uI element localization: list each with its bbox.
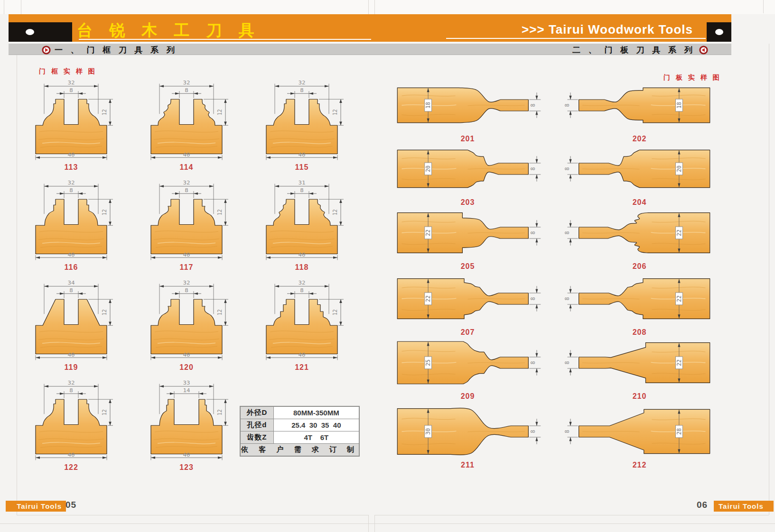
- svg-text:30: 30: [425, 428, 431, 435]
- svg-text:8: 8: [185, 187, 188, 193]
- panel-profile-202: 188202: [565, 77, 714, 140]
- profile-code: 206: [565, 262, 714, 271]
- section-title-frame: 一 、 门 框 刀 具 系 列: [42, 45, 177, 55]
- page-gutter-line: [374, 0, 375, 14]
- profile-code: 122: [26, 463, 116, 472]
- frame-profile-120: 3281240120: [141, 280, 232, 380]
- panel-profile-drawing: 288: [565, 403, 714, 460]
- svg-text:8: 8: [565, 361, 570, 364]
- svg-text:12: 12: [331, 209, 338, 215]
- svg-text:22: 22: [425, 229, 431, 236]
- svg-text:8: 8: [530, 430, 536, 433]
- svg-text:8: 8: [300, 87, 304, 93]
- panel-profile-drawing: 258: [393, 334, 542, 391]
- section-title-panel-label: 二 、 门 板 刀 具 系 列: [572, 45, 695, 55]
- frame-profile-drawing: 3181240: [257, 180, 347, 261]
- play-right-icon: [42, 46, 51, 55]
- svg-text:40: 40: [298, 252, 305, 258]
- svg-text:8: 8: [185, 87, 188, 93]
- svg-text:8: 8: [530, 103, 536, 107]
- page-bottom-line: [0, 523, 775, 524]
- svg-text:8: 8: [530, 297, 536, 300]
- svg-text:34: 34: [67, 280, 75, 286]
- profile-code: 118: [257, 263, 347, 272]
- crop-mark: [763, 0, 764, 13]
- page-margin-line: [17, 44, 17, 515]
- panel-profile-drawing: 308: [393, 403, 542, 460]
- spec-value: 25.4 30 35 40: [273, 419, 359, 431]
- crop-mark: [21, 0, 21, 14]
- panel-profile-207: 228207: [393, 270, 542, 334]
- brand-underline: [446, 38, 706, 39]
- frame-profile-121: 3281240121: [257, 280, 347, 380]
- spec-value: 80MM-350MM: [273, 406, 359, 419]
- spec-label: 孔径d: [240, 419, 273, 431]
- play-left-icon: [699, 46, 708, 55]
- spec-value: 4T 6T: [273, 431, 359, 444]
- panel-profile-drawing: 208: [393, 140, 542, 197]
- svg-text:32: 32: [67, 180, 75, 186]
- panel-profile-205: 228205: [393, 204, 542, 270]
- svg-text:14: 14: [183, 387, 190, 394]
- frame-profile-drawing: 3281240: [26, 180, 116, 261]
- svg-text:12: 12: [101, 209, 108, 215]
- svg-text:40: 40: [67, 252, 75, 258]
- crop-mark: [4, 0, 4, 14]
- svg-text:12: 12: [216, 409, 223, 415]
- page-margin-line: [17, 515, 368, 515]
- brand-title-en: >>> Tairui Woodwork Tools: [446, 22, 693, 37]
- svg-text:40: 40: [183, 452, 190, 458]
- svg-text:40: 40: [183, 352, 190, 358]
- svg-text:40: 40: [67, 452, 75, 458]
- header-right-mark: [707, 22, 731, 42]
- page-gutter-line: [368, 0, 369, 14]
- profile-code: 119: [26, 363, 116, 372]
- svg-text:40: 40: [298, 352, 305, 358]
- panel-profile-drawing: 228: [393, 270, 542, 327]
- panel-profile-drawing: 228: [393, 204, 542, 261]
- svg-text:12: 12: [101, 409, 108, 415]
- svg-text:32: 32: [67, 80, 75, 86]
- footer-brand-right: Tairui Tools: [714, 501, 774, 512]
- panel-profile-drawing: 208: [565, 140, 714, 197]
- profile-code: 211: [393, 461, 542, 469]
- frame-profile-114: 3281240114: [141, 80, 232, 180]
- svg-text:40: 40: [298, 152, 305, 158]
- footer-brand-left: Tairui Tools: [6, 501, 66, 512]
- svg-text:40: 40: [183, 152, 190, 158]
- svg-text:32: 32: [67, 380, 75, 386]
- spec-note: 依 客 户 需 求 订 制: [240, 444, 359, 457]
- svg-text:8: 8: [530, 167, 536, 170]
- frame-profile-drawing: 3281240: [26, 380, 116, 461]
- page-number-right: 06: [697, 500, 708, 510]
- frame-profile-117: 3281240117: [141, 180, 232, 280]
- frame-profile-drawing: 33141240: [141, 380, 232, 461]
- svg-text:8: 8: [300, 187, 304, 193]
- svg-text:12: 12: [101, 109, 108, 115]
- svg-text:22: 22: [676, 359, 682, 366]
- svg-text:8: 8: [300, 287, 304, 294]
- svg-text:8: 8: [530, 361, 536, 364]
- panel-profile-drawing: 228: [565, 334, 714, 391]
- profile-code: 210: [565, 392, 714, 401]
- section-title-panel: 二 、 门 板 刀 具 系 列: [560, 45, 708, 55]
- panel-profile-drawing: 188: [565, 77, 714, 134]
- spec-label: 外径D: [240, 406, 273, 419]
- frame-profile-116: 3281240116: [26, 180, 116, 280]
- panel-profile-204: 208204: [565, 140, 714, 204]
- frame-profile-113: 3281240113: [26, 80, 116, 180]
- frame-profile-123: 33141240123: [141, 380, 232, 480]
- frame-profile-119: 3481240119: [26, 280, 116, 380]
- svg-text:8: 8: [565, 430, 570, 433]
- page-margin-line: [375, 515, 769, 515]
- panel-profile-209: 258209: [393, 334, 542, 403]
- profile-code: 212: [565, 461, 714, 469]
- brand-title-cn: 台 锐 木 工 刀 具: [77, 20, 261, 41]
- profile-code: 113: [26, 163, 116, 172]
- panel-profile-210: 228210: [565, 334, 714, 403]
- dot-icon: [26, 29, 34, 35]
- header-left-mark: [9, 22, 72, 42]
- svg-text:32: 32: [183, 280, 190, 286]
- frame-profile-drawing: 3281240: [141, 180, 232, 261]
- svg-text:12: 12: [216, 109, 223, 115]
